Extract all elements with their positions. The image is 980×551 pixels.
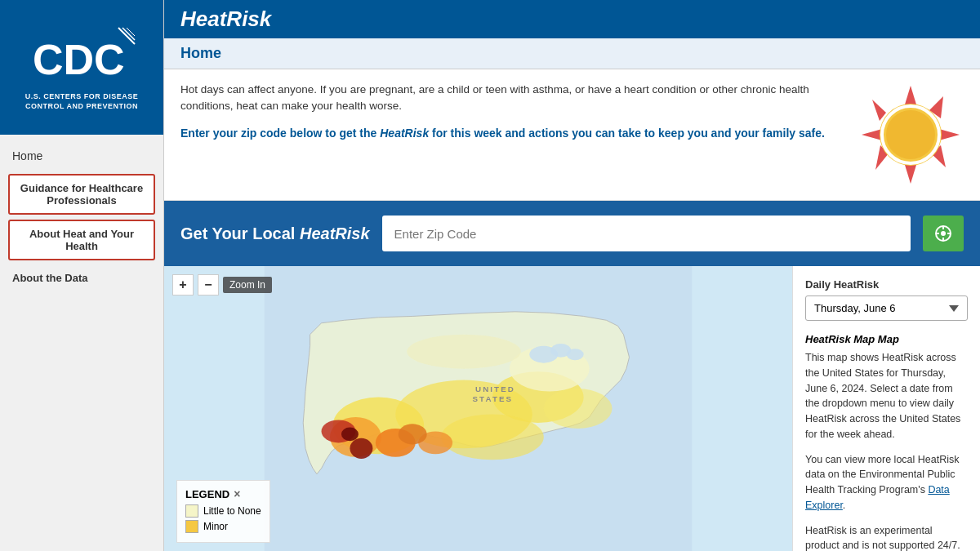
legend-item-1: Little to None — [185, 504, 261, 518]
svg-point-29 — [350, 438, 372, 459]
legend-label-1: Little to None — [203, 505, 261, 517]
svg-point-36 — [399, 424, 427, 444]
svg-text:STATES: STATES — [473, 394, 514, 403]
zip-bar-title: Get Your Local HeatRisk — [180, 224, 370, 243]
nav-item-heat-health[interactable]: About Heat and Your Health — [8, 220, 155, 260]
zip-bar: Get Your Local HeatRisk — [164, 201, 980, 266]
map-area: + − Zoom In — [164, 266, 792, 551]
cdc-logo-area: CDC U.S. CENTERS FOR DISEASE CONTROL AND… — [0, 0, 163, 135]
svg-text:CDC: CDC — [33, 36, 125, 83]
zoom-out-button[interactable]: − — [198, 274, 219, 295]
map-description-3: HeatRisk is an experimental product and … — [805, 523, 968, 552]
daily-heatrisk-label: Daily HeatRisk — [805, 278, 968, 291]
location-button[interactable] — [923, 216, 964, 251]
map-description-2: You can view more local HeatRisk data on… — [805, 452, 968, 513]
map-text-2b: . — [843, 500, 845, 511]
svg-text:UNITED: UNITED — [475, 384, 515, 393]
legend-label: LEGEND — [185, 488, 229, 500]
right-panel: Daily HeatRisk Thursday, June 6 Friday, … — [792, 266, 980, 551]
svg-marker-7 — [939, 129, 960, 140]
main-content: HeatRisk Home Hot days can affect anyone… — [163, 0, 980, 551]
svg-marker-12 — [872, 100, 886, 121]
header: HeatRisk — [164, 0, 980, 38]
svg-point-14 — [886, 110, 935, 159]
legend-color-2 — [185, 520, 198, 533]
nav-menu: Home Guidance for Healthcare Professiona… — [0, 135, 163, 551]
svg-point-32 — [544, 389, 612, 429]
location-icon — [933, 224, 953, 243]
legend-color-1 — [185, 504, 198, 518]
svg-point-34 — [407, 335, 521, 369]
svg-point-41 — [567, 349, 584, 360]
legend-close[interactable]: × — [234, 487, 240, 500]
nav-home[interactable]: Home — [0, 143, 163, 169]
sidebar: CDC U.S. CENTERS FOR DISEASE CONTROL AND… — [0, 0, 163, 551]
hero-paragraph: Hot days can affect anyone. If you are p… — [180, 82, 841, 115]
svg-marker-9 — [905, 165, 916, 184]
svg-marker-11 — [862, 129, 882, 140]
hero-cta: Enter your zip code below to get the Hea… — [180, 125, 841, 142]
legend-label-2: Minor — [203, 521, 228, 532]
cdc-tagline: U.S. CENTERS FOR DISEASE CONTROL AND PRE… — [25, 92, 139, 111]
content-area: + − Zoom In — [164, 266, 980, 551]
map-controls: + − Zoom In — [172, 274, 272, 295]
hero-section: Hot days can affect anyone. If you are p… — [164, 69, 980, 201]
sun-graphic — [858, 82, 964, 188]
zoom-in-button[interactable]: + — [172, 274, 194, 295]
legend-item-2: Minor — [185, 520, 261, 533]
date-select[interactable]: Thursday, June 6 Friday, June 7 Saturday… — [805, 295, 968, 321]
cdc-logo: CDC — [24, 24, 139, 89]
map-section-title: HeatRisk Map Map — [805, 333, 968, 345]
svg-point-17 — [941, 231, 946, 236]
svg-point-30 — [341, 428, 359, 442]
page-title-bar: Home — [164, 38, 980, 69]
svg-marker-5 — [905, 86, 916, 104]
map-description-1: This map shows HeatRisk across the Unite… — [805, 350, 968, 442]
page-title: Home — [180, 45, 964, 62]
hero-text: Hot days can affect anyone. If you are p… — [180, 82, 858, 152]
app-title: HeatRisk — [180, 7, 964, 32]
svg-point-31 — [441, 414, 544, 460]
nav-item-data[interactable]: About the Data — [0, 265, 163, 291]
zoom-in-label: Zoom In — [223, 277, 272, 293]
legend: LEGEND × Little to None Minor — [176, 480, 270, 543]
nav-item-guidance[interactable]: Guidance for Healthcare Professionals — [8, 174, 155, 215]
legend-title: LEGEND × — [185, 487, 261, 500]
zip-input[interactable] — [382, 216, 911, 251]
